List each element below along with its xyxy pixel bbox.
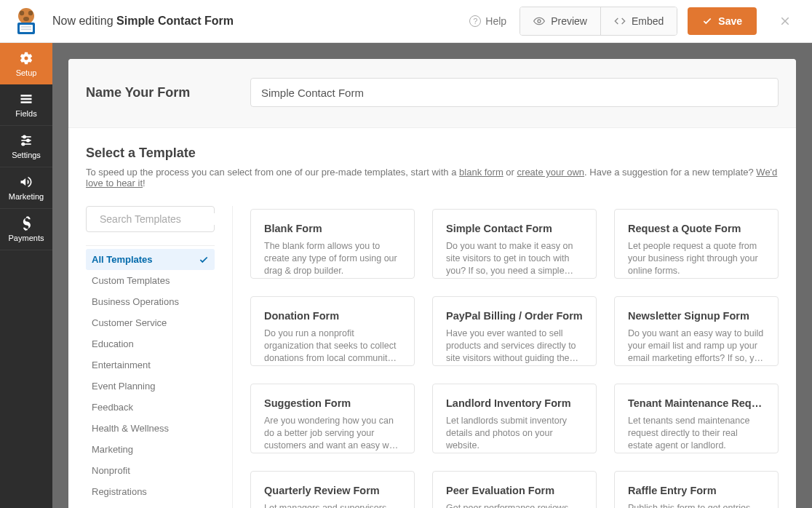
template-desc: Do you run a nonprofit organization that… <box>264 328 401 365</box>
nav-setup[interactable]: Setup <box>0 43 52 84</box>
template-title: Request a Quote Form <box>628 223 765 234</box>
editing-prefix: Now editing <box>52 15 116 27</box>
category-item[interactable]: Entertainment <box>86 354 215 376</box>
preview-button[interactable]: Preview <box>520 7 600 35</box>
template-card[interactable]: Landlord Inventory FormLet landlords sub… <box>432 384 597 453</box>
template-title: Raffle Entry Form <box>628 485 765 496</box>
editing-form-name: Simple Contact Form <box>116 15 234 27</box>
editing-label: Now editing Simple Contact Form <box>52 15 234 28</box>
category-item[interactable]: Education <box>86 333 215 354</box>
gear-icon <box>19 51 33 66</box>
code-icon <box>614 15 626 27</box>
save-button[interactable]: Save <box>688 7 757 35</box>
template-search-input[interactable] <box>100 213 227 225</box>
template-card[interactable]: Donation FormDo you run a nonprofit orga… <box>250 296 415 366</box>
category-item[interactable]: All Templates <box>86 249 215 270</box>
nav-marketing[interactable]: Marketing <box>0 167 52 209</box>
preview-embed-group: Preview Embed <box>520 7 677 36</box>
svg-point-1 <box>20 11 24 15</box>
select-template-heading: Select a Template <box>86 146 779 161</box>
template-search[interactable] <box>86 206 215 232</box>
svg-point-0 <box>18 8 34 24</box>
svg-point-13 <box>23 135 25 138</box>
nav-settings[interactable]: Settings <box>0 126 52 167</box>
list-icon <box>19 92 33 106</box>
nav-payments[interactable]: Payments <box>0 209 52 250</box>
template-card[interactable]: Peer Evaluation FormGet peer performance… <box>432 471 597 508</box>
svg-rect-9 <box>21 95 32 97</box>
template-desc: Let landlords submit inventory details a… <box>446 415 583 452</box>
preview-label: Preview <box>551 15 587 27</box>
template-desc: Do you want an easy way to build your em… <box>628 328 765 365</box>
setup-panel: Name Your Form Select a Template To spee… <box>68 59 796 508</box>
category-item[interactable]: Business Operations <box>86 291 215 312</box>
name-your-form-section: Name Your Form <box>68 59 796 128</box>
save-label: Save <box>718 15 742 27</box>
svg-point-17 <box>22 143 24 145</box>
bullhorn-icon <box>19 175 33 189</box>
category-item[interactable]: Feedback <box>86 397 215 418</box>
nav-fields[interactable]: Fields <box>0 84 52 126</box>
template-desc: Let managers and supervisors submit <box>264 502 401 508</box>
category-item[interactable]: Health & Wellness <box>86 418 215 439</box>
template-card[interactable]: Quarterly Review FormLet managers and su… <box>250 471 415 508</box>
help-label: Help <box>485 15 506 27</box>
main-area: Name Your Form Select a Template To spee… <box>52 43 812 508</box>
template-card-grid: Blank FormThe blank form allows you to c… <box>250 209 779 508</box>
nav-label: Setup <box>16 68 37 77</box>
category-item[interactable]: Registrations <box>86 481 215 502</box>
template-title: Tenant Maintenance Request Form <box>628 397 765 409</box>
template-title: Suggestion Form <box>264 397 401 409</box>
category-item[interactable]: Uncategorized <box>86 502 215 508</box>
close-button[interactable] <box>771 15 799 28</box>
template-title: Peer Evaluation Form <box>446 485 583 496</box>
template-desc: The blank form allows you to create any … <box>264 240 401 277</box>
template-card[interactable]: Suggestion FormAre you wondering how you… <box>250 384 415 453</box>
template-card[interactable]: PayPal Billing / Order FormHave you ever… <box>432 296 597 366</box>
template-title: Simple Contact Form <box>446 223 583 234</box>
template-categories-panel: All TemplatesCustom TemplatesBusiness Op… <box>68 206 233 508</box>
create-your-own-link[interactable]: create your own <box>517 167 585 178</box>
category-item[interactable]: Custom Templates <box>86 270 215 291</box>
template-desc: Do you want to make it easy on site visi… <box>446 240 583 277</box>
template-title: PayPal Billing / Order Form <box>446 310 583 322</box>
wpforms-logo[interactable] <box>0 0 52 43</box>
svg-point-2 <box>28 11 33 15</box>
check-icon <box>199 255 209 265</box>
dollar-icon <box>19 216 33 231</box>
svg-point-15 <box>27 139 29 141</box>
category-item[interactable]: Nonprofit <box>86 460 215 481</box>
template-card[interactable]: Blank FormThe blank form allows you to c… <box>250 209 415 279</box>
form-name-input[interactable] <box>250 78 779 107</box>
category-label: All Templates <box>92 254 153 265</box>
nav-label: Fields <box>15 109 36 118</box>
question-circle-icon: ? <box>469 15 481 27</box>
template-card[interactable]: Newsletter Signup FormDo you want an eas… <box>614 296 779 366</box>
template-desc: Get peer performance reviews and <box>446 502 583 508</box>
blank-form-link[interactable]: blank form <box>459 167 503 178</box>
template-title: Landlord Inventory Form <box>446 397 583 409</box>
close-icon <box>779 15 792 28</box>
template-card[interactable]: Raffle Entry FormPublish this form to ge… <box>614 471 779 508</box>
embed-label: Embed <box>632 15 664 27</box>
nav-label: Marketing <box>9 192 44 201</box>
eye-icon <box>533 15 545 27</box>
template-desc: Publish this form to get entries and <box>628 502 765 508</box>
template-desc: Let tenants send maintenance request dir… <box>628 415 765 452</box>
svg-point-3 <box>23 17 29 21</box>
template-card[interactable]: Request a Quote FormLet people request a… <box>614 209 779 279</box>
template-card[interactable]: Tenant Maintenance Request FormLet tenan… <box>614 384 779 453</box>
select-template-intro: Select a Template To speed up the proces… <box>68 128 796 202</box>
svg-rect-5 <box>20 25 33 32</box>
category-item[interactable]: Event Planning <box>86 376 215 397</box>
category-item[interactable]: Marketing <box>86 439 215 460</box>
category-item[interactable]: Customer Service <box>86 312 215 333</box>
sliders-icon <box>19 133 33 148</box>
check-icon <box>702 16 712 26</box>
template-card[interactable]: Simple Contact FormDo you want to make i… <box>432 209 597 279</box>
embed-button[interactable]: Embed <box>600 7 677 35</box>
svg-rect-7 <box>21 29 31 31</box>
category-list: All TemplatesCustom TemplatesBusiness Op… <box>86 245 215 508</box>
help-link[interactable]: ? Help <box>469 15 506 27</box>
svg-rect-10 <box>21 98 32 100</box>
